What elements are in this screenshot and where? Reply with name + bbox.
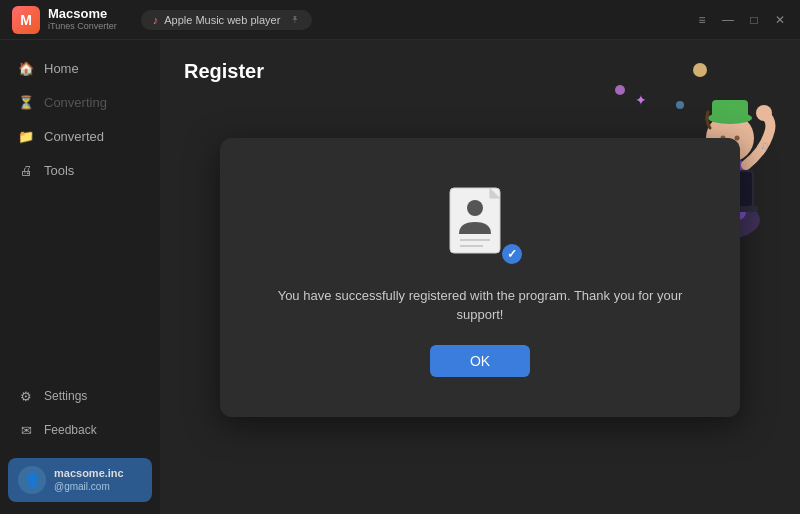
- apple-music-tab[interactable]: ♪ Apple Music web player 🖈: [141, 10, 313, 30]
- sidebar-label-feedback: Feedback: [44, 423, 97, 437]
- window-controls: ≡ — □ ✕: [694, 12, 788, 28]
- user-info: macsome.inc @gmail.com: [54, 467, 124, 492]
- pin-icon: 🖈: [290, 14, 300, 25]
- user-email: @gmail.com: [54, 481, 124, 493]
- settings-icon: ⚙: [18, 388, 34, 404]
- converting-icon: ⏳: [18, 94, 34, 110]
- svg-point-23: [467, 200, 483, 216]
- sidebar-item-converting: ⏳ Converting: [8, 86, 152, 118]
- dialog-icon-area: ✓: [440, 186, 520, 266]
- feedback-icon: ✉: [18, 422, 34, 438]
- titlebar: M Macsome iTunes Converter ♪ Apple Music…: [0, 0, 800, 40]
- check-badge-icon: ✓: [500, 242, 524, 266]
- dialog-overlay: ✓ You have successfully registered with …: [160, 40, 800, 514]
- sidebar-item-tools[interactable]: 🖨 Tools: [8, 154, 152, 186]
- home-icon: 🏠: [18, 60, 34, 76]
- app-logo: M: [12, 6, 40, 34]
- sidebar-item-converted[interactable]: 📁 Converted: [8, 120, 152, 152]
- sidebar-item-home[interactable]: 🏠 Home: [8, 52, 152, 84]
- user-name: macsome.inc: [54, 467, 124, 480]
- sidebar-label-converting: Converting: [44, 95, 107, 110]
- sidebar-item-feedback[interactable]: ✉ Feedback: [8, 414, 152, 446]
- tools-icon: 🖨: [18, 162, 34, 178]
- close-button[interactable]: ✕: [772, 12, 788, 28]
- dialog-box: ✓ You have successfully registered with …: [220, 138, 740, 417]
- app-name: Macsome: [48, 7, 117, 21]
- dialog-message: You have successfully registered with th…: [260, 286, 700, 325]
- sidebar-label-home: Home: [44, 61, 79, 76]
- music-icon: ♪: [153, 14, 159, 26]
- titlebar-left: M Macsome iTunes Converter ♪ Apple Music…: [12, 6, 694, 34]
- sidebar-bottom: ⚙ Settings ✉ Feedback: [0, 372, 160, 454]
- converted-icon: 📁: [18, 128, 34, 144]
- app-subtitle: iTunes Converter: [48, 22, 117, 32]
- app-name-block: Macsome iTunes Converter: [48, 7, 117, 31]
- minimize-button[interactable]: —: [720, 12, 736, 28]
- sidebar-label-tools: Tools: [44, 163, 74, 178]
- content-area: Register ✦ ♪: [160, 40, 800, 514]
- maximize-button[interactable]: □: [746, 12, 762, 28]
- main-layout: 🏠 Home ⏳ Converting 📁 Converted 🖨 Tools …: [0, 40, 800, 514]
- sidebar-nav: 🏠 Home ⏳ Converting 📁 Converted 🖨 Tools: [0, 52, 160, 372]
- tab-label: Apple Music web player: [164, 14, 280, 26]
- menu-button[interactable]: ≡: [694, 12, 710, 28]
- avatar: 👤: [18, 466, 46, 494]
- ok-button[interactable]: OK: [430, 345, 530, 377]
- user-card[interactable]: 👤 macsome.inc @gmail.com: [8, 458, 152, 502]
- sidebar-label-converted: Converted: [44, 129, 104, 144]
- sidebar: 🏠 Home ⏳ Converting 📁 Converted 🖨 Tools …: [0, 40, 160, 514]
- sidebar-label-settings: Settings: [44, 389, 87, 403]
- sidebar-item-settings[interactable]: ⚙ Settings: [8, 380, 152, 412]
